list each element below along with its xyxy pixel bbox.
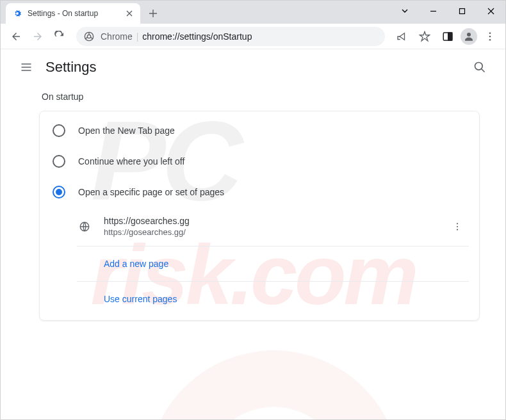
link-label: Add a new page <box>104 259 168 269</box>
add-new-page-link[interactable]: Add a new page <box>77 246 469 282</box>
use-current-pages-link[interactable]: Use current pages <box>77 282 469 316</box>
svg-point-2 <box>87 35 90 38</box>
radio-open-new-tab[interactable]: Open the New Tab page <box>40 115 479 146</box>
settings-header: Settings <box>1 49 505 85</box>
chevron-down-icon[interactable] <box>390 1 419 21</box>
svg-rect-0 <box>460 8 465 13</box>
link-label: Use current pages <box>104 294 177 304</box>
tab-title: Settings - On startup <box>28 9 120 18</box>
forward-button[interactable] <box>28 26 48 47</box>
radio-label: Open a specific page or set of pages <box>78 187 224 197</box>
address-bar[interactable]: Chrome | chrome://settings/onStartup <box>76 27 385 46</box>
search-icon[interactable] <box>467 54 493 80</box>
radio-continue[interactable]: Continue where you left off <box>40 146 479 177</box>
new-tab-button[interactable] <box>144 4 162 22</box>
svg-point-8 <box>489 38 491 40</box>
radio-label: Open the New Tab page <box>78 125 175 136</box>
svg-point-11 <box>457 223 458 224</box>
svg-point-7 <box>489 35 491 37</box>
svg-point-13 <box>457 229 458 230</box>
radio-icon <box>53 124 65 137</box>
radio-label: Continue where you left off <box>78 156 184 166</box>
page-kebab-icon[interactable] <box>446 215 469 238</box>
bookmark-icon[interactable] <box>414 26 435 47</box>
reload-button[interactable] <box>49 26 70 47</box>
page-url: https://gosearches.gg/ <box>104 227 446 238</box>
title-bar: Settings - On startup <box>1 1 505 24</box>
minimize-button[interactable] <box>419 1 448 21</box>
browser-tab[interactable]: Settings - On startup <box>6 3 140 24</box>
hamburger-icon[interactable] <box>13 54 39 80</box>
window-controls <box>390 1 505 21</box>
svg-point-5 <box>467 33 471 36</box>
toolbar: Chrome | chrome://settings/onStartup <box>1 24 505 49</box>
gear-icon <box>12 8 22 19</box>
side-panel-icon[interactable] <box>437 26 458 47</box>
svg-rect-4 <box>448 33 452 40</box>
page-name: https://gosearches.gg <box>104 215 446 227</box>
kebab-menu-icon[interactable] <box>480 26 500 47</box>
startup-pages-panel: https://gosearches.gg https://gosearches… <box>77 207 479 316</box>
page-info: https://gosearches.gg https://gosearches… <box>104 215 446 238</box>
radio-icon <box>53 186 65 198</box>
omnibox-text: Chrome | chrome://settings/onStartup <box>101 31 252 42</box>
page-title: Settings <box>45 59 97 76</box>
maximize-button[interactable] <box>448 1 477 21</box>
share-icon[interactable] <box>391 26 412 47</box>
svg-point-9 <box>475 63 483 70</box>
radio-icon <box>53 155 65 168</box>
back-button[interactable] <box>6 26 26 47</box>
chrome-icon <box>84 31 94 42</box>
radio-specific-pages[interactable]: Open a specific page or set of pages <box>40 177 479 207</box>
startup-page-row: https://gosearches.gg https://gosearches… <box>77 207 469 246</box>
globe-icon <box>78 220 91 233</box>
close-window-button[interactable] <box>477 1 505 21</box>
profile-avatar[interactable] <box>461 28 477 45</box>
close-tab-icon[interactable] <box>125 9 134 18</box>
content-area: On startup Open the New Tab page Continu… <box>1 85 505 340</box>
svg-point-12 <box>457 226 458 227</box>
settings-card: Open the New Tab page Continue where you… <box>39 111 480 321</box>
svg-point-6 <box>489 32 491 34</box>
section-title: On startup <box>42 92 480 102</box>
